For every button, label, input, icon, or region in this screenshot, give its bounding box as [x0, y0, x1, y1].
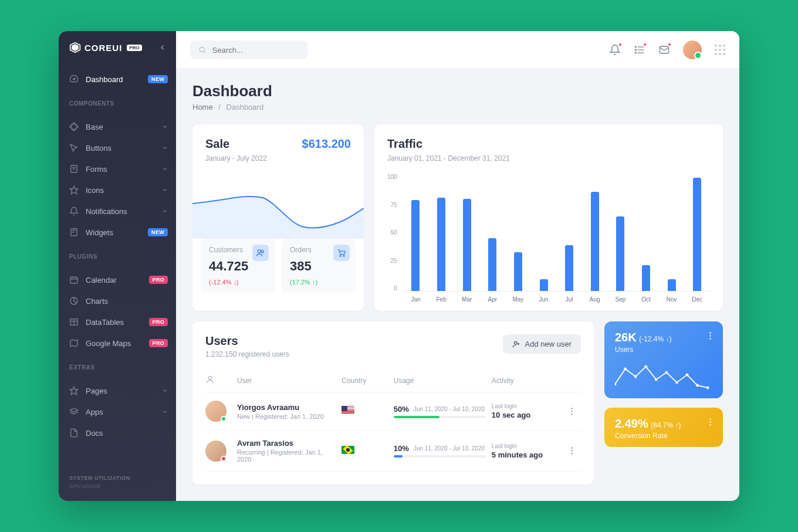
badge-new: NEW [148, 75, 168, 83]
calculator-icon [69, 228, 79, 237]
traffic-period: January 01, 2021 - December 31, 2021 [387, 154, 710, 162]
table-row[interactable]: Yiorgos Avraamu New | Registered: Jan 1,… [205, 392, 581, 431]
stat-card-menu-icon[interactable] [708, 331, 712, 341]
x-axis-label: Jul [556, 296, 582, 303]
x-axis-label: Apr [480, 296, 506, 303]
pie-chart-icon [69, 296, 79, 306]
search-icon [198, 45, 207, 55]
sidebar-item-label: DataTables [86, 318, 142, 327]
svg-point-39 [208, 377, 211, 379]
svg-marker-21 [70, 387, 77, 394]
conv-stat-value: 2.49% [615, 417, 648, 430]
svg-line-3 [74, 77, 76, 79]
sidebar-item-apps[interactable]: Apps [59, 401, 176, 422]
search-input[interactable] [212, 46, 299, 55]
conv-stat-delta: (84.7% ↑) [651, 421, 681, 429]
sidebar-header: COREUI PRO [59, 31, 176, 64]
user-avatar[interactable] [683, 40, 702, 59]
bar [463, 199, 471, 291]
x-axis-label: May [505, 296, 531, 303]
envelope-icon[interactable] [658, 44, 670, 56]
sidebar-collapse-icon[interactable] [158, 43, 167, 52]
svg-marker-7 [70, 186, 77, 194]
chevron-down-icon [162, 187, 168, 193]
bar [616, 216, 624, 291]
sidebar-item-label: Notifications [86, 207, 155, 216]
sale-value: $613.200 [302, 137, 351, 151]
sidebar-item-maps[interactable]: Google Maps PRO [59, 333, 176, 354]
svg-point-35 [343, 255, 344, 256]
svg-marker-22 [70, 408, 77, 412]
bar [565, 245, 573, 291]
bar [411, 200, 420, 291]
usage-bar [394, 416, 486, 418]
activity-label: Last login [492, 403, 557, 409]
sidebar-item-label: Charts [86, 297, 168, 306]
x-axis-label: Jan [403, 296, 429, 303]
sale-card: Sale $613.200 January - July 2022 [192, 124, 364, 311]
traffic-title: Traffic [387, 137, 710, 151]
x-axis-label: Nov [659, 296, 685, 303]
sale-period: January - July 2022 [205, 154, 351, 162]
sidebar-item-label: Docs [86, 429, 168, 438]
apps-grid-icon[interactable] [715, 45, 725, 55]
x-axis-label: Dec [684, 296, 710, 303]
bell-icon [69, 206, 79, 216]
brand[interactable]: COREUI PRO [69, 42, 142, 53]
badge-pro: PRO [149, 318, 168, 326]
bar [437, 198, 445, 291]
add-user-button[interactable]: Add new user [503, 334, 581, 354]
row-avatar [205, 401, 226, 422]
add-user-icon [512, 340, 520, 348]
chevron-down-icon [162, 124, 168, 130]
svg-point-32 [258, 250, 261, 253]
usage-pct: 10% [394, 444, 409, 453]
search-box[interactable] [190, 40, 307, 59]
sidebar-item-charts[interactable]: Charts [59, 290, 176, 311]
sidebar-item-icons[interactable]: Icons [59, 179, 176, 201]
sidebar-item-label: Base [86, 123, 155, 131]
sidebar-item-calendar[interactable]: Calendar PRO [59, 269, 176, 290]
svg-marker-20 [70, 340, 77, 347]
svg-point-43 [644, 365, 647, 368]
map-icon [69, 338, 79, 348]
chevron-down-icon [162, 145, 168, 151]
sidebar-item-label: Calendar [86, 276, 142, 284]
breadcrumb-home[interactable]: Home [192, 103, 213, 111]
layers-icon [69, 407, 79, 416]
sidebar-item-docs[interactable]: Docs [59, 422, 176, 443]
main-content: Dashboard Home / Dashboard Sale $613.200… [176, 31, 739, 501]
row-menu-icon[interactable] [563, 447, 581, 455]
sidebar-item-buttons[interactable]: Buttons [59, 137, 176, 158]
activity-label: Last login [492, 443, 557, 449]
users-stat-card: 26K (-12.4% ↓) Users [604, 321, 723, 398]
sidebar-item-label: Buttons [86, 144, 155, 153]
users-subtitle: 1.232.150 registered users [205, 350, 289, 358]
sidebar-item-label: Google Maps [86, 339, 142, 348]
sidebar-item-pages[interactable]: Pages [59, 380, 176, 401]
sidebar-item-notifications[interactable]: Notifications [59, 201, 176, 222]
table-row[interactable]: Avram Tarasios Recurring | Registered: J… [205, 431, 581, 472]
sidebar-item-label: Icons [86, 186, 155, 195]
conv-stat-label: Conversion Rate [615, 432, 681, 440]
svg-line-24 [204, 52, 205, 53]
sidebar-item-dashboard[interactable]: Dashboard NEW [59, 69, 176, 90]
sale-title: Sale [205, 137, 229, 151]
cart-icon [333, 245, 350, 261]
chevron-down-icon [162, 166, 168, 172]
col-activity: Activity [492, 377, 557, 385]
stat-card-menu-icon[interactable] [708, 417, 712, 427]
sidebar-item-widgets[interactable]: Widgets NEW [59, 222, 176, 243]
svg-point-11 [74, 232, 75, 233]
svg-point-36 [514, 341, 517, 344]
badge-pro: PRO [149, 339, 168, 347]
section-label-plugins: PLUGINS [59, 248, 176, 265]
sidebar-item-forms[interactable]: Forms [59, 158, 176, 179]
notifications-icon[interactable] [609, 44, 621, 56]
sidebar-item-base[interactable]: Base [59, 116, 176, 137]
list-icon[interactable] [634, 44, 645, 56]
chevron-down-icon [162, 409, 168, 415]
traffic-bar-chart: 1007550250 JanFebMarAprMayJunJulAugSepOc… [387, 174, 710, 303]
sidebar-item-datatables[interactable]: DataTables PRO [59, 311, 176, 333]
row-menu-icon[interactable] [563, 408, 581, 415]
